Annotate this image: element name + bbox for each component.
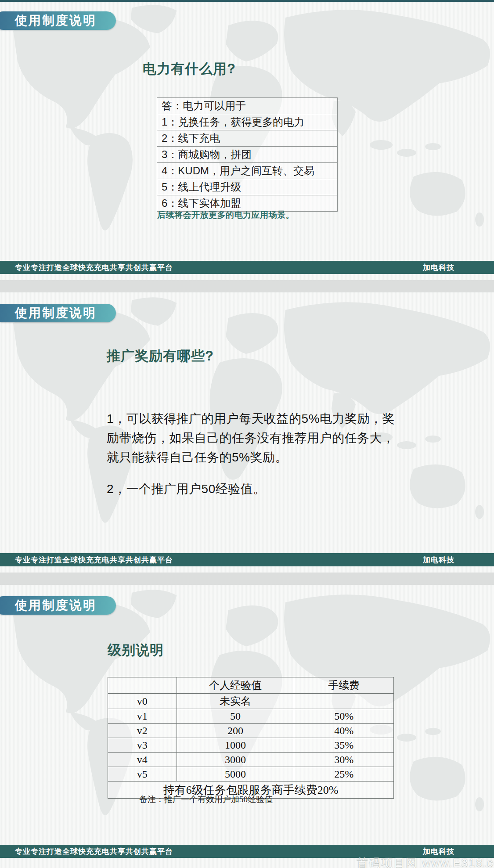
slide2-footer-bar: 专业专注打造全球快充充电共享共创共赢平台 加电科技 (0, 553, 494, 566)
fee-cell: 40% (294, 724, 394, 738)
table-cell: 2：线下充电 (157, 130, 338, 147)
power-usage-table: 答：电力可以用于 1：兑换任务，获得更多的电力 2：线下充电 3：商城购物，拼团… (157, 97, 338, 212)
footer-slogan: 专业专注打造全球快充充电共享共创共赢平台 (15, 846, 173, 857)
badge-label: 使用制度说明 (15, 307, 97, 319)
table-row: v0 未实名 (108, 694, 394, 709)
exp-cell: 200 (177, 724, 294, 738)
table-row: 答：电力可以用于 (157, 98, 338, 114)
exp-cell: 1000 (177, 738, 294, 753)
table-cell: 1：兑换任务，获得更多的电力 (157, 114, 338, 130)
exp-cell: 50 (177, 709, 294, 724)
slide2-title: 推广奖励有哪些? (107, 347, 214, 365)
slide1-note: 后续将会开放更多的电力应用场景。 (157, 209, 294, 221)
table-cell: 3：商城购物，拼团 (157, 147, 338, 163)
promotion-reward-paragraph-1: 1，可以获得推广的用户每天收益的5%电力奖励，奖励带烧伤，如果自己的任务没有推荐… (107, 409, 402, 467)
table-row: v1 50 50% (108, 709, 394, 724)
section-badge: 使用制度说明 (0, 596, 116, 615)
previous-slide-edge-strip (0, 0, 494, 2)
level-cell: v0 (108, 694, 177, 709)
header-cell: 个人经验值 (177, 677, 294, 694)
fee-cell (294, 694, 394, 709)
site-watermark: 首码项目网 www.E318.com (357, 855, 494, 868)
fee-cell: 35% (294, 738, 394, 753)
slide-1: 使用制度说明 电力有什么用? 答：电力可以用于 1：兑换任务，获得更多的电力 2… (0, 0, 494, 280)
slide-gap (0, 280, 494, 292)
slide1-footer-bar: 专业专注打造全球快充充电共享共创共赢平台 加电科技 (0, 261, 494, 274)
page: 使用制度说明 电力有什么用? 答：电力可以用于 1：兑换任务，获得更多的电力 2… (0, 0, 494, 868)
table-row: v5 5000 25% (108, 767, 394, 782)
level-cell: v3 (108, 738, 177, 753)
section-badge: 使用制度说明 (0, 304, 116, 322)
table-cell: 4：KUDM，用户之间互转、交易 (157, 163, 338, 179)
slide1-title: 电力有什么用? (143, 60, 236, 78)
table-cell: 6：线下实体加盟 (157, 195, 338, 212)
footer-brand: 加电科技 (423, 263, 454, 273)
slide-3: 使用制度说明 级别说明 个人经验值 手续费 v0 未实名 v1 50 50% (0, 585, 494, 868)
exp-cell: 3000 (177, 753, 294, 767)
table-row: 1：兑换任务，获得更多的电力 (157, 114, 338, 130)
table-cell: 答：电力可以用于 (157, 98, 338, 114)
fee-cell: 25% (294, 767, 394, 782)
exp-cell: 5000 (177, 767, 294, 782)
fee-cell: 30% (294, 753, 394, 767)
slide-gap (0, 573, 494, 585)
slide3-note: 备注：推广一个有效用户加50经验值 (139, 794, 273, 805)
header-cell: 手续费 (294, 677, 394, 694)
header-cell (108, 677, 177, 694)
table-row: v3 1000 35% (108, 738, 394, 753)
table-row: 3：商城购物，拼团 (157, 147, 338, 163)
exp-cell: 未实名 (177, 694, 294, 709)
table-row: 6：线下实体加盟 (157, 195, 338, 212)
level-table-header-row: 个人经验值 手续费 (108, 677, 394, 694)
fee-cell: 50% (294, 709, 394, 724)
footer-slogan: 专业专注打造全球快充充电共享共创共赢平台 (15, 555, 173, 565)
table-row: 2：线下充电 (157, 130, 338, 147)
table-row: v4 3000 30% (108, 753, 394, 767)
section-badge: 使用制度说明 (0, 11, 116, 30)
level-cell: v5 (108, 767, 177, 782)
footer-slogan: 专业专注打造全球快充充电共享共创共赢平台 (15, 263, 173, 273)
table-row: 4：KUDM，用户之间互转、交易 (157, 163, 338, 179)
slide-2: 使用制度说明 推广奖励有哪些? 1，可以获得推广的用户每天收益的5%电力奖励，奖… (0, 292, 494, 573)
promotion-reward-paragraph-2: 2，一个推广用户50经验值。 (107, 479, 402, 499)
badge-label: 使用制度说明 (15, 14, 97, 27)
slide3-title: 级别说明 (108, 641, 164, 659)
level-table: 个人经验值 手续费 v0 未实名 v1 50 50% v2 200 40% (108, 677, 394, 799)
table-cell: 5：线上代理升级 (157, 179, 338, 195)
level-cell: v4 (108, 753, 177, 767)
level-cell: v2 (108, 724, 177, 738)
footer-brand: 加电科技 (423, 555, 454, 565)
level-cell: v1 (108, 709, 177, 724)
table-row: v2 200 40% (108, 724, 394, 738)
table-row: 5：线上代理升级 (157, 179, 338, 195)
badge-label: 使用制度说明 (15, 599, 97, 612)
